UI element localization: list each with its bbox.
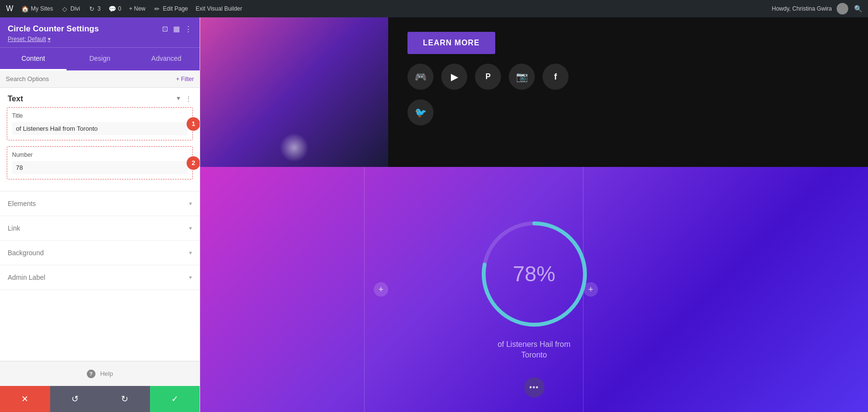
edit-page-item[interactable]: ✏ Edit Page <box>153 5 188 13</box>
cancel-button[interactable]: ✕ <box>0 386 50 412</box>
tab-advanced[interactable]: Advanced <box>133 48 200 70</box>
social-icon-twitch[interactable]: 🎮 <box>407 64 434 90</box>
save-icon: ✓ <box>171 394 178 404</box>
number-field-input[interactable] <box>12 161 188 174</box>
comments-count: 3 <box>97 5 101 12</box>
pencil-icon: ✏ <box>153 5 161 13</box>
undo-button[interactable]: ↺ <box>50 386 100 412</box>
avatar <box>837 3 848 14</box>
number-field-label: Number <box>12 151 188 158</box>
link-section-header[interactable]: Link ▾ <box>0 216 200 240</box>
undo-icon: ↺ <box>71 394 79 404</box>
howdy-label: Howdy, Christina Gwira <box>772 5 832 12</box>
page-preview: LEARN MORE 🎮 ▶ P 📷 f <box>200 17 868 412</box>
background-section-header[interactable]: Background ▾ <box>0 241 200 265</box>
wordpress-icon: W <box>6 5 14 13</box>
bottom-bar: ? Help <box>0 361 200 386</box>
title-field-group: Title 1 <box>7 107 193 140</box>
circle-percent-text: 78% <box>513 262 555 286</box>
instagram-icon: 📷 <box>516 71 528 82</box>
social-icon-twitter[interactable]: 🐦 <box>407 99 434 125</box>
plus-icon-left: + <box>379 285 384 295</box>
plus-button-left[interactable]: + <box>374 282 388 297</box>
social-icon-youtube[interactable]: ▶ <box>441 64 467 90</box>
my-sites-item[interactable]: 🏠 My Sites <box>21 5 53 13</box>
twitch-icon: 🎮 <box>415 71 427 82</box>
youtube-icon: ▶ <box>451 71 458 82</box>
link-chevron-icon: ▾ <box>189 225 192 232</box>
text-section-title: Text <box>8 95 23 103</box>
panel-content: Text ▲ ⋮ Title 1 Number 2 <box>0 88 200 361</box>
panel-header-icons: ⊡ ▦ ⋮ <box>162 25 192 33</box>
text-section-collapse-icon[interactable]: ▲ <box>176 96 181 102</box>
title-field-input[interactable] <box>12 122 188 135</box>
help-label: Help <box>100 370 113 377</box>
howdy-item[interactable]: Howdy, Christina Gwira 🔍 <box>772 3 862 14</box>
exit-builder-label: Exit Visual Builder <box>196 5 243 12</box>
preview-top: LEARN MORE 🎮 ▶ P 📷 f <box>200 17 868 167</box>
number-field-badge: 2 <box>187 156 200 170</box>
exit-builder-item[interactable]: Exit Visual Builder <box>196 5 243 12</box>
refresh-icon: ↻ <box>88 5 95 13</box>
title-field-badge: 1 <box>187 117 200 131</box>
cancel-icon: ✕ <box>21 394 28 404</box>
main-layout: Circle Counter Settings ⊡ ▦ ⋮ Preset: De… <box>0 17 868 412</box>
tab-design-label: Design <box>89 55 110 62</box>
comment-icon: 💬 <box>108 5 116 13</box>
circle-wrapper: 78% <box>479 219 590 330</box>
circle-counter: 78% of Listeners Hail fromToronto <box>479 219 590 361</box>
elements-section-title: Elements <box>8 200 36 207</box>
help-icon: ? <box>87 370 95 378</box>
wp-logo-item[interactable]: W <box>6 5 14 13</box>
home-icon: 🏠 <box>21 5 29 13</box>
comments-item[interactable]: ↻ 3 <box>88 5 101 13</box>
social-icons-row: 🎮 ▶ P 📷 f <box>407 64 569 90</box>
social-icons-row2: 🐦 <box>407 99 434 125</box>
comments-zero-item[interactable]: 💬 0 <box>108 5 122 13</box>
panel-menu-icon[interactable]: ⋮ <box>185 25 192 33</box>
search-input[interactable] <box>6 75 172 82</box>
help-button[interactable]: ? Help <box>87 370 113 378</box>
panel-layout-icon[interactable]: ▦ <box>173 25 180 33</box>
social-icon-patreon[interactable]: P <box>475 64 501 90</box>
divi-label: Divi <box>70 5 80 12</box>
filter-button[interactable]: + Filter <box>176 76 194 82</box>
admin-bar-right: Howdy, Christina Gwira 🔍 <box>772 3 862 14</box>
my-sites-label: My Sites <box>31 5 53 12</box>
social-icon-instagram[interactable]: 📷 <box>509 64 535 90</box>
admin-label-section-header[interactable]: Admin Label ▾ <box>0 265 200 289</box>
three-dots-button[interactable]: ••• <box>524 377 544 398</box>
tab-content[interactable]: Content <box>0 48 67 70</box>
filter-label: + Filter <box>176 76 194 82</box>
number-field-group: Number 2 <box>7 146 193 179</box>
elements-chevron-icon: ▾ <box>189 200 192 207</box>
save-button[interactable]: ✓ <box>150 386 200 412</box>
redo-button[interactable]: ↻ <box>100 386 150 412</box>
social-icon-facebook[interactable]: f <box>542 64 569 90</box>
admin-label-section: Admin Label ▾ <box>0 265 200 290</box>
edit-page-label: Edit Page <box>163 5 188 12</box>
preset-label[interactable]: Preset: Default ▾ <box>8 36 192 42</box>
admin-bar: W 🏠 My Sites ◇ Divi ↻ 3 💬 0 + New ✏ Edit… <box>0 0 868 17</box>
facebook-icon: f <box>554 72 557 82</box>
comments-zero: 0 <box>118 5 122 12</box>
new-item[interactable]: + New <box>129 5 145 12</box>
circle-subtitle: of Listeners Hail fromToronto <box>498 339 570 361</box>
background-section: Background ▾ <box>0 241 200 265</box>
patreon-icon: P <box>486 72 491 81</box>
text-section-header: Text ▲ ⋮ <box>0 88 200 107</box>
admin-label-section-title: Admin Label <box>8 274 45 281</box>
background-section-title: Background <box>8 249 44 257</box>
panel-expand-icon[interactable]: ⊡ <box>162 25 168 33</box>
learn-more-label: LEARN MORE <box>423 39 480 47</box>
hero-image <box>200 17 388 167</box>
learn-more-button[interactable]: LEARN MORE <box>407 32 495 54</box>
tab-design[interactable]: Design <box>67 48 133 70</box>
link-section: Link ▾ <box>0 216 200 241</box>
admin-bar-left: W 🏠 My Sites ◇ Divi ↻ 3 💬 0 + New ✏ Edit… <box>6 5 242 13</box>
search-admin-icon[interactable]: 🔍 <box>854 5 862 13</box>
divi-item[interactable]: ◇ Divi <box>61 5 80 13</box>
elements-section-header[interactable]: Elements ▾ <box>0 192 200 216</box>
text-section-menu-icon[interactable]: ⋮ <box>185 95 192 103</box>
preset-arrow: ▾ <box>48 36 51 42</box>
